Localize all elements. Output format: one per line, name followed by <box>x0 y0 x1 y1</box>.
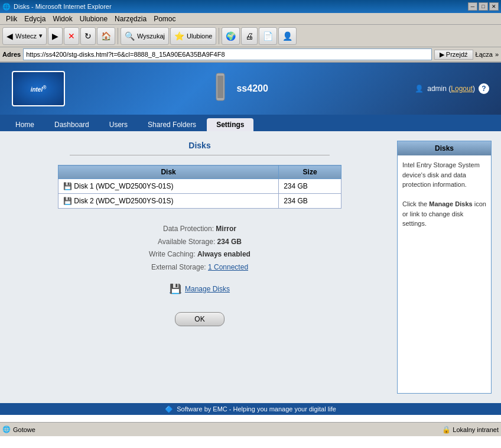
external-storage-link[interactable]: 1 Connected <box>208 263 248 271</box>
menu-help[interactable]: Pomoc <box>150 14 179 24</box>
data-protection-value: Mirror <box>216 225 236 233</box>
toolbar-separator-2 <box>219 28 219 44</box>
print-icon: 🖨 <box>245 31 253 41</box>
close-button[interactable]: ✕ <box>489 2 499 11</box>
help-manage-bold: Manage Disks <box>429 200 472 207</box>
forward-icon: ▶ <box>52 31 58 41</box>
search-button[interactable]: 🔍 Wyszukaj <box>121 27 169 45</box>
help-panel-title: Disks <box>398 141 491 155</box>
disk-2-name: 💾 Disk 2 (WDC_WD2500YS-01S) <box>58 194 279 209</box>
manage-disks-icon: 💾 <box>170 283 181 294</box>
messenger-icon: 👤 <box>282 31 292 41</box>
help-button[interactable]: ? <box>479 83 489 94</box>
address-bar: Adres ▶ Przejdź Łącza » <box>0 47 501 63</box>
device-icon <box>212 72 229 106</box>
menu-file[interactable]: Plik <box>2 14 21 24</box>
edit-icon: 📄 <box>263 31 273 41</box>
status-text: Gotowe <box>13 426 35 433</box>
manage-disks-link[interactable]: 💾 Manage Disks <box>170 283 230 294</box>
intel-header: intel® ss4200 👤 admin (Logout) ? <box>0 63 501 115</box>
go-icon: ▶ <box>440 51 444 59</box>
stop-button[interactable]: ✕ <box>64 27 79 45</box>
forward-button[interactable]: ▶ <box>48 27 63 45</box>
status-bar: 🌐 Gotowe 🔒 Lokalny intranet <box>0 422 501 436</box>
external-storage-row: External Storage: 1 Connected <box>149 261 250 274</box>
minimize-button[interactable]: ─ <box>468 2 477 11</box>
write-caching-value: Always enabled <box>197 250 250 258</box>
print-button[interactable]: 🖨 <box>241 27 258 45</box>
address-input[interactable] <box>23 48 432 60</box>
disk-1-size: 234 GB <box>279 179 341 194</box>
help-panel-body: Intel Entry Storage System device's disk… <box>398 155 491 233</box>
tab-users[interactable]: Users <box>100 118 137 131</box>
back-dropdown-icon: ▾ <box>39 32 43 40</box>
write-caching-row: Write Caching: Always enabled <box>149 248 250 261</box>
menu-tools[interactable]: Narzędzia <box>111 14 150 24</box>
zone-icon: 🔒 <box>442 426 451 434</box>
logout-link[interactable]: Logout <box>451 85 473 93</box>
disk-2-icon: 💾 <box>63 197 72 205</box>
zone-text: Lokalny intranet <box>453 426 499 433</box>
status-left: 🌐 Gotowe <box>2 426 35 433</box>
disk-1-icon: 💾 <box>63 182 72 190</box>
search-label: Wyszukaj <box>137 33 165 40</box>
page-title: Disks <box>188 141 210 150</box>
available-storage-label: Available Storage: <box>158 238 215 246</box>
disk-1-name: 💾 Disk 1 (WDC_WD2500YS-01S) <box>58 179 279 194</box>
menu-edit[interactable]: Edycja <box>21 14 49 24</box>
center-panel: Disks Disk Size 💾 Disk 1 (WDC_WD2500YS-0… <box>9 141 390 394</box>
favorites-icon: ⭐ <box>174 31 184 41</box>
tab-settings[interactable]: Settings <box>207 118 253 131</box>
footer-icon: 🔷 <box>165 405 173 413</box>
help-text-2-prefix: Click the <box>402 200 429 207</box>
disk-table: Disk Size 💾 Disk 1 (WDC_WD2500YS-01S) 23… <box>58 165 341 209</box>
help-text-1: Intel Entry Storage System device's disk… <box>402 160 486 190</box>
menu-favorites[interactable]: Ulubione <box>76 14 111 24</box>
back-icon: ◀ <box>6 31 13 41</box>
maximize-button[interactable]: □ <box>479 2 488 11</box>
disk-2-size: 234 GB <box>279 194 341 209</box>
user-text: admin (Logout) <box>427 85 475 93</box>
data-protection-label: Data Protection: <box>163 225 214 233</box>
footer-text: Software by EMC - Helping you manage you… <box>177 405 336 413</box>
toolbar: ◀ Wstecz ▾ ▶ ✕ ↻ 🏠 🔍 Wyszukaj ⭐ Ulubione… <box>0 25 501 47</box>
stop-icon: ✕ <box>68 31 75 41</box>
available-storage-value: 234 GB <box>217 238 242 246</box>
table-row: 💾 Disk 1 (WDC_WD2500YS-01S) 234 GB <box>58 179 341 194</box>
device-info: ss4200 <box>212 72 268 106</box>
messenger-button[interactable]: 👤 <box>278 27 297 45</box>
intel-logo: intel® <box>12 71 65 106</box>
edit-button[interactable]: 📄 <box>259 27 277 45</box>
status-icon: 🌐 <box>2 426 11 433</box>
go-button[interactable]: ▶ Przejdź <box>434 50 473 60</box>
home-icon: 🏠 <box>101 31 111 41</box>
links-label: Łącza <box>476 51 493 58</box>
home-button[interactable]: 🏠 <box>97 27 115 45</box>
favorites-label: Ulubione <box>187 33 212 40</box>
tab-shared-folders[interactable]: Shared Folders <box>138 118 206 131</box>
col-disk: Disk <box>58 165 279 179</box>
go-label: Przejdź <box>446 51 468 58</box>
intel-logo-text: intel® <box>31 85 47 93</box>
refresh-button[interactable]: ↻ <box>80 27 96 45</box>
ok-button-wrapper: OK <box>175 312 224 326</box>
mail-icon: 🌍 <box>226 31 236 41</box>
device-name: ss4200 <box>236 83 268 94</box>
menu-view[interactable]: Widok <box>49 14 76 24</box>
status-right: 🔒 Lokalny intranet <box>442 426 499 434</box>
mail-button[interactable]: 🌍 <box>222 27 240 45</box>
user-info: 👤 admin (Logout) ? <box>415 83 489 94</box>
help-panel: Disks Intel Entry Storage System device'… <box>397 141 492 394</box>
ok-button[interactable]: OK <box>175 312 224 326</box>
tab-home[interactable]: Home <box>6 118 44 131</box>
tab-dashboard[interactable]: Dashboard <box>45 118 99 131</box>
address-label: Adres <box>2 51 21 58</box>
available-storage-row: Available Storage: 234 GB <box>149 236 250 249</box>
zone-item: 🔒 Lokalny intranet <box>442 426 499 434</box>
title-bar-left: 🌐 Disks - Microsoft Internet Explorer <box>2 3 112 11</box>
main-content: Disks Disk Size 💾 Disk 1 (WDC_WD2500YS-0… <box>0 131 501 403</box>
title-divider <box>70 155 330 155</box>
refresh-icon: ↻ <box>84 31 92 41</box>
favorites-button[interactable]: ⭐ Ulubione <box>170 27 216 45</box>
back-button[interactable]: ◀ Wstecz ▾ <box>2 27 47 45</box>
